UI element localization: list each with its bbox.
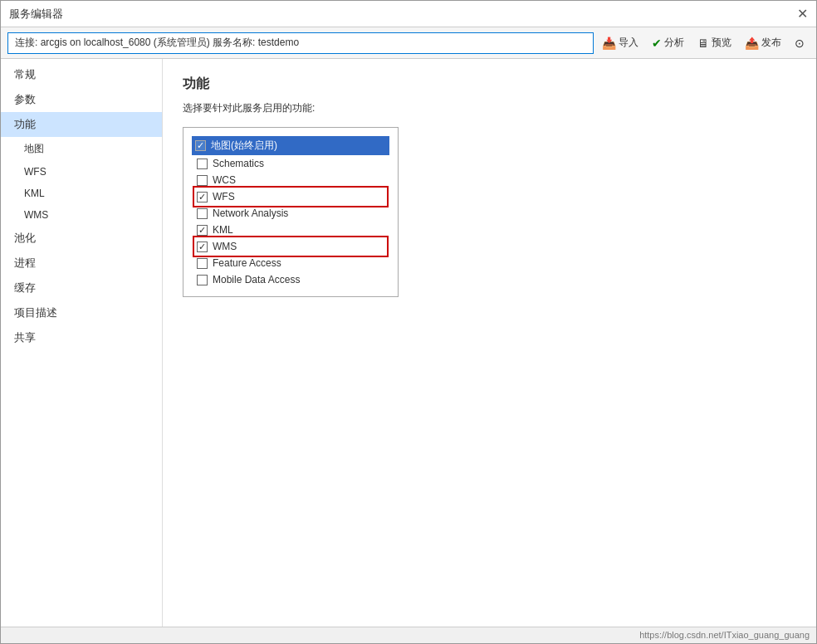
analyze-button[interactable]: ✔ 分析 (647, 34, 689, 51)
preview-button[interactable]: 🖥 预览 (692, 34, 736, 51)
sidebar-item-kml[interactable]: KML (1, 183, 162, 204)
feature-label-kml: KML (213, 224, 384, 236)
sidebar-item-label-wms: WMS (24, 209, 48, 221)
sidebar-item-label-cache: 缓存 (14, 281, 36, 294)
feature-item-network_analysis[interactable]: Network Analysis (195, 205, 386, 222)
sidebar-item-label-params: 参数 (14, 93, 36, 105)
toolbar-actions: 📥 导入 ✔ 分析 🖥 预览 📤 发布 ⊙ (597, 34, 810, 51)
status-text: https://blog.csdn.net/ITxiao_guang_guang (639, 630, 810, 640)
main-content: 常规参数→功能地图WFSKMLWMS池化进程缓存项目描述共享 功能 选择要针对此… (1, 59, 816, 627)
checkbox-kml[interactable] (197, 225, 208, 236)
sidebar-item-cache[interactable]: 缓存 (1, 276, 162, 300)
sidebar: 常规参数→功能地图WFSKMLWMS池化进程缓存项目描述共享 (1, 59, 163, 627)
sidebar-item-label-kml: KML (24, 188, 45, 199)
sidebar-item-label-general: 常规 (14, 68, 36, 80)
more-button[interactable]: ⊙ (790, 35, 810, 51)
feature-label-feature_access: Feature Access (213, 257, 384, 269)
sidebar-item-label-share: 共享 (14, 331, 36, 344)
feature-item-map[interactable]: 地图(始终启用) (192, 136, 389, 155)
publish-button[interactable]: 📤 发布 (740, 34, 786, 51)
sidebar-item-map[interactable]: 地图 (1, 137, 162, 161)
checkbox-feature_access[interactable] (197, 258, 208, 269)
feature-label-schematics: Schematics (213, 158, 384, 169)
content-title: 功能 (183, 76, 796, 93)
sidebar-item-process[interactable]: 进程 (1, 251, 162, 276)
sidebar-item-wfs[interactable]: WFS (1, 161, 162, 183)
feature-label-wfs: WFS (213, 191, 384, 202)
title-bar: 服务编辑器 ✕ (1, 1, 816, 27)
sidebar-item-label-map: 地图 (24, 143, 44, 154)
window-title: 服务编辑器 (9, 7, 63, 22)
sidebar-item-label-wfs: WFS (24, 166, 46, 178)
sidebar-item-label-process: 进程 (14, 256, 36, 269)
sidebar-item-params[interactable]: 参数 (1, 87, 162, 112)
sidebar-item-label-pool: 池化 (14, 232, 36, 244)
analyze-label: 分析 (664, 36, 684, 50)
content-description: 选择要针对此服务启用的功能: (183, 101, 796, 115)
sidebar-item-label-project: 项目描述 (14, 306, 57, 319)
sidebar-item-pool[interactable]: 池化 (1, 226, 162, 251)
checkbox-wfs[interactable] (197, 192, 208, 202)
publish-label: 发布 (761, 36, 781, 50)
feature-item-wms[interactable]: WMS (195, 238, 386, 255)
content-area: 功能 选择要针对此服务启用的功能: 地图(始终启用)SchematicsWCSW… (163, 59, 816, 627)
sidebar-item-label-features: 功能 (14, 118, 36, 130)
main-window: 服务编辑器 ✕ 连接: arcgis on localhost_6080 (系统… (0, 0, 817, 644)
checkbox-network_analysis[interactable] (197, 208, 208, 219)
import-icon: 📥 (602, 37, 616, 50)
feature-item-wcs[interactable]: WCS (195, 172, 386, 188)
preview-icon: 🖥 (697, 37, 709, 50)
status-bar: https://blog.csdn.net/ITxiao_guang_guang (1, 627, 816, 643)
feature-item-feature_access[interactable]: Feature Access (195, 255, 386, 271)
analyze-icon: ✔ (652, 37, 662, 50)
sidebar-item-general[interactable]: 常规 (1, 62, 162, 87)
feature-item-mobile_data[interactable]: Mobile Data Access (195, 271, 386, 288)
sidebar-item-project[interactable]: 项目描述 (1, 300, 162, 325)
feature-item-kml[interactable]: KML (195, 222, 386, 238)
checkbox-wcs[interactable] (197, 175, 208, 186)
preview-label: 预览 (712, 36, 731, 50)
close-button[interactable]: ✕ (797, 7, 808, 21)
checkbox-schematics[interactable] (197, 159, 208, 169)
sidebar-item-wms[interactable]: WMS (1, 204, 162, 226)
feature-label-mobile_data: Mobile Data Access (213, 274, 384, 285)
import-button[interactable]: 📥 导入 (597, 34, 643, 51)
sidebar-item-features[interactable]: →功能 (1, 112, 162, 137)
feature-label-map: 地图(始终启用) (211, 139, 388, 153)
feature-label-wms: WMS (213, 241, 384, 252)
toolbar: 连接: arcgis on localhost_6080 (系统管理员) 服务名… (1, 27, 816, 59)
checkbox-mobile_data[interactable] (197, 275, 208, 285)
feature-label-network_analysis: Network Analysis (213, 207, 384, 219)
import-label: 导入 (619, 36, 638, 50)
feature-label-wcs: WCS (213, 174, 384, 186)
feature-item-wfs[interactable]: WFS (195, 188, 386, 205)
connection-info: 连接: arcgis on localhost_6080 (系统管理员) 服务名… (7, 32, 594, 54)
feature-item-schematics[interactable]: Schematics (195, 155, 386, 172)
features-box: 地图(始终启用)SchematicsWCSWFSNetwork Analysis… (183, 127, 399, 297)
checkbox-wms[interactable] (197, 242, 208, 252)
sidebar-item-share[interactable]: 共享 (1, 325, 162, 350)
publish-icon: 📤 (745, 37, 759, 50)
checkbox-map[interactable] (195, 140, 206, 151)
